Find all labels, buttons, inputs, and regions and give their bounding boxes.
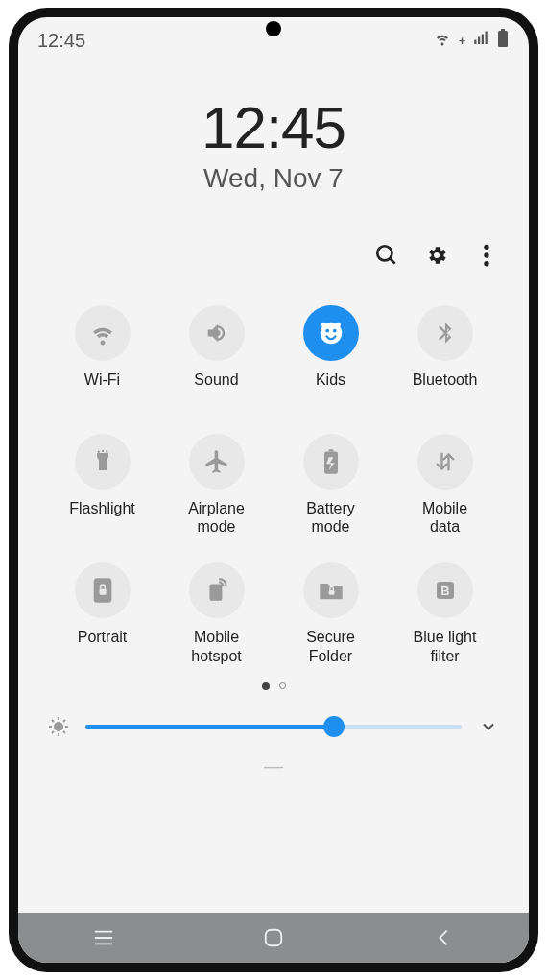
mobile-data-icon (417, 434, 473, 490)
svg-rect-18 (99, 589, 106, 595)
settings-button[interactable] (423, 242, 450, 269)
header-date: Wed, Nov 7 (18, 163, 529, 194)
tile-label: Secure Folder (306, 628, 355, 664)
svg-point-23 (55, 723, 62, 730)
svg-line-28 (52, 720, 54, 722)
tile-label: Airplane mode (188, 499, 245, 536)
svg-line-30 (52, 731, 54, 733)
tile-label: Bluetooth (413, 370, 478, 407)
tile-label: Sound (194, 370, 238, 407)
phone-frame: 12:45 + 12:45 Wed, Nov 7 (9, 8, 538, 972)
svg-point-2 (377, 246, 392, 260)
tile-battery-mode[interactable]: Battery mode (274, 434, 388, 536)
svg-point-6 (484, 261, 488, 266)
hotspot-icon (189, 562, 245, 618)
tile-label: Mobile hotspot (191, 628, 241, 664)
pagination (18, 675, 529, 698)
svg-point-8 (325, 329, 329, 333)
svg-rect-1 (501, 29, 505, 31)
flashlight-icon (75, 434, 131, 490)
svg-point-11 (336, 323, 341, 327)
tile-bluetooth[interactable]: Bluetooth (388, 305, 502, 407)
svg-line-3 (390, 258, 394, 263)
bluetooth-icon (417, 305, 473, 361)
tile-flashlight[interactable]: Flashlight (45, 434, 159, 536)
wifi-icon (432, 30, 453, 52)
tile-portrait[interactable]: Portrait (45, 562, 159, 664)
more-button[interactable] (473, 242, 500, 269)
navigation-bar (18, 913, 529, 963)
header-time: 12:45 (18, 93, 529, 161)
brightness-icon[interactable] (47, 715, 70, 738)
tile-secure-folder[interactable]: Secure Folder (274, 562, 388, 664)
battery-mode-icon (303, 434, 359, 490)
blue-light-icon: B (417, 562, 473, 618)
tile-label: Mobile data (422, 499, 467, 536)
slider-thumb[interactable] (323, 716, 345, 737)
airplane-icon (189, 434, 245, 490)
slider-fill (85, 725, 334, 729)
front-camera (266, 21, 281, 36)
tile-mobile-hotspot[interactable]: Mobile hotspot (159, 562, 274, 664)
search-button[interactable] (373, 242, 400, 269)
page-dot-active[interactable] (262, 682, 270, 690)
svg-rect-16 (328, 449, 333, 451)
tile-blue-light-filter[interactable]: B Blue light filter (388, 562, 502, 664)
svg-text:B: B (440, 584, 449, 598)
svg-point-9 (332, 329, 336, 333)
svg-point-4 (484, 245, 488, 250)
speaker-icon (189, 305, 245, 361)
svg-point-10 (321, 323, 326, 327)
svg-rect-19 (209, 585, 222, 601)
svg-line-13 (98, 451, 100, 453)
home-button[interactable] (250, 927, 297, 948)
svg-line-14 (106, 451, 107, 453)
quick-settings-grid: Wi-Fi Sound Kids Bluetooth (18, 278, 529, 675)
status-time: 12:45 (37, 30, 85, 52)
brightness-slider[interactable] (85, 715, 462, 738)
tile-wifi[interactable]: Wi-Fi (45, 305, 159, 407)
tile-label: Portrait (78, 628, 128, 664)
status-icons: + (432, 29, 510, 53)
battery-icon (496, 29, 510, 53)
page-dot-inactive[interactable] (279, 682, 286, 689)
tile-airplane-mode[interactable]: Airplane mode (159, 434, 274, 536)
svg-rect-20 (328, 590, 334, 595)
wifi-icon (75, 305, 131, 361)
svg-line-31 (63, 720, 65, 722)
tile-label: Kids (316, 370, 345, 407)
tile-label: Flashlight (69, 499, 134, 536)
data-plus-icon: + (459, 35, 465, 48)
svg-point-5 (484, 252, 488, 257)
signal-icon (471, 30, 490, 52)
panel-handle[interactable]: — (18, 744, 529, 785)
panel-header: 12:45 Wed, Nov 7 (18, 60, 529, 203)
screen: 12:45 + 12:45 Wed, Nov 7 (18, 17, 529, 963)
tile-mobile-data[interactable]: Mobile data (388, 434, 502, 536)
svg-line-29 (63, 731, 65, 733)
action-row (18, 203, 529, 278)
expand-brightness-button[interactable] (477, 715, 500, 738)
recents-button[interactable] (80, 929, 128, 946)
portrait-lock-icon (75, 562, 131, 618)
tile-label: Battery mode (306, 499, 355, 536)
brightness-row (18, 698, 529, 744)
secure-folder-icon (303, 562, 359, 618)
tile-kids[interactable]: Kids (274, 305, 388, 407)
tile-label: Wi-Fi (84, 370, 120, 407)
svg-rect-0 (498, 31, 508, 47)
kids-icon (303, 305, 359, 361)
svg-rect-35 (266, 930, 282, 946)
tile-sound[interactable]: Sound (159, 305, 274, 407)
back-button[interactable] (419, 927, 467, 948)
tile-label: Blue light filter (414, 628, 477, 664)
